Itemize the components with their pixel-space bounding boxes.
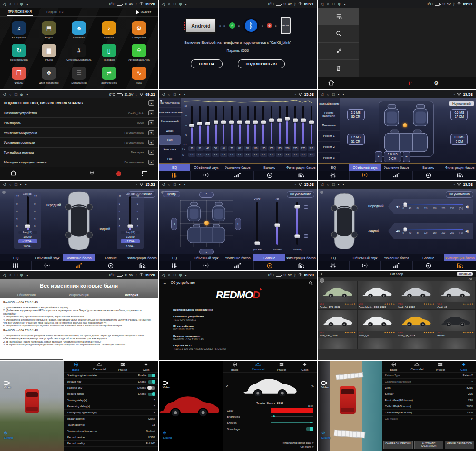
back-button[interactable]: ← — [163, 280, 167, 285]
scrollbar[interactable] — [0, 359, 63, 360]
slider-handle-low[interactable] — [295, 234, 300, 238]
slider-handle[interactable] — [25, 225, 30, 228]
band-handle[interactable] — [261, 120, 266, 124]
app-icon[interactable]: ▪ — [20, 182, 22, 187]
band-handle[interactable] — [269, 119, 274, 122]
eq-band-15[interactable] — [307, 106, 315, 144]
arrow-left-button[interactable]: ‹ — [171, 218, 177, 230]
eq-band-2[interactable] — [204, 106, 212, 144]
preset-6[interactable]: Рок — [159, 154, 181, 163]
band-handle[interactable] — [189, 124, 194, 127]
basic-row-5[interactable]: Reversing delay(s)5 — [64, 403, 158, 410]
freq-option-1[interactable]: <125Hz — [121, 239, 140, 243]
nav-tab-3[interactable]: Баланс — [412, 254, 444, 261]
back-icon[interactable]: ◁ — [321, 2, 323, 6]
mode-4[interactable]: Режим 2 — [318, 142, 340, 153]
front-gain-slider[interactable]: 129630129630 — [22, 196, 33, 230]
calib-row-4[interactable]: Front offset(EG in mm)230 — [382, 397, 476, 403]
home-circle-icon[interactable]: ○ — [327, 182, 329, 187]
nav-tab-icon-2[interactable] — [63, 261, 95, 270]
settings-button[interactable]: ⚙ — [434, 80, 439, 86]
nav-tab-icon-4[interactable] — [444, 261, 476, 270]
nav-tab-icon-2[interactable] — [380, 261, 412, 270]
recents-icon[interactable]: □ — [15, 92, 17, 96]
app-12[interactable]: ☰Эквалайзер — [64, 64, 94, 86]
nav-tab-icon-1[interactable] — [190, 261, 222, 270]
band-handle[interactable] — [277, 119, 282, 122]
calib-row-1[interactable]: Calibration parameter^ — [382, 379, 476, 385]
settings-row-1[interactable]: PIN пароль0000▼ — [0, 118, 158, 128]
back-icon[interactable]: ◁ — [162, 2, 165, 6]
eq-band-6[interactable] — [236, 106, 244, 144]
recents-icon[interactable]: □ — [15, 182, 17, 187]
cam-tab-project[interactable]: Project — [429, 361, 452, 372]
car-card-partial-2[interactable] — [397, 338, 436, 349]
row-toggle[interactable] — [148, 374, 155, 377]
prev-car-button[interactable]: < — [226, 384, 228, 389]
home-circle-icon[interactable]: ○ — [9, 2, 11, 6]
arrow-right-button[interactable]: › — [235, 218, 241, 230]
band-handle[interactable] — [214, 120, 218, 124]
dot-icon[interactable]: • — [184, 182, 185, 187]
dot-icon[interactable]: • — [27, 2, 28, 6]
band-handle[interactable] — [301, 119, 306, 122]
shiness-slider[interactable] — [271, 422, 313, 423]
rear-gain-slider[interactable]: 129630129630 — [125, 196, 136, 230]
nav-tab-4[interactable]: Фильтрация басов — [126, 254, 158, 261]
band-handle[interactable] — [197, 122, 202, 125]
screenshot-button[interactable] — [460, 81, 465, 86]
cam-tab-calib[interactable]: Calib — [135, 361, 158, 372]
minus-button[interactable]: − — [403, 151, 410, 162]
car-card-6[interactable]: V3.0★★★★★Audi_Q8_2018 — [397, 310, 436, 338]
front-filter-slider[interactable]: ◀× 04080120160200250(Гц) ◀) — [388, 199, 473, 214]
delay-chip-front-right[interactable]: 0.5 MS17 CM — [450, 109, 468, 120]
settings-row-5[interactable]: Мелодия входящего звонкаПо умолчанию▼ — [0, 157, 158, 167]
sub-gain-slider[interactable]: 7db Sub Gain — [270, 198, 284, 251]
setting-shortcut[interactable]: ⚙Setting — [4, 431, 13, 439]
setting-shortcut[interactable]: ⚙Setting — [321, 431, 330, 439]
basic-row-3[interactable]: Record statusEnable — [64, 391, 158, 397]
nav-tab-1[interactable]: Объёмный звук — [349, 164, 380, 171]
app-0[interactable]: ♫БТ Музыка — [4, 19, 34, 41]
back-icon[interactable]: ◁ — [3, 182, 6, 187]
home-circle-icon[interactable]: ○ — [168, 182, 170, 187]
band-handle[interactable] — [309, 120, 314, 124]
eq-band-12[interactable] — [283, 106, 291, 144]
preset-4[interactable]: Поп — [159, 135, 181, 145]
dropdown-icon[interactable]: ▼ — [148, 140, 154, 145]
eq-band-4[interactable] — [220, 106, 228, 144]
preset-3[interactable]: Джаз — [159, 126, 181, 136]
app-9[interactable]: ⍾Установщик АПК — [124, 41, 154, 64]
dropdown-icon[interactable]: ▼ — [148, 100, 154, 106]
preset-1[interactable]: Пользовательские — [159, 108, 181, 117]
minus-chip[interactable]: − — [304, 234, 308, 238]
app-8[interactable]: ▯Телефон — [94, 41, 124, 64]
nav-tab-4[interactable]: Фильтрация басов — [285, 254, 317, 261]
app-icon[interactable]: ▪ — [179, 92, 181, 96]
video-shortcut[interactable]: Video — [163, 381, 170, 389]
nav-tab-2[interactable]: Усиление басов — [222, 164, 253, 171]
nav-tab-2[interactable]: Усиление басов — [222, 254, 253, 261]
dropdown-icon[interactable]: ▼ — [148, 110, 154, 115]
nav-tab-4[interactable]: Фильтрация басов — [285, 164, 317, 171]
row-toggle[interactable] — [148, 380, 155, 384]
nav-tab-2[interactable]: Усиление басов — [63, 254, 95, 261]
home-circle-icon[interactable]: ○ — [168, 2, 170, 6]
usb-icon[interactable]: ψ — [338, 2, 341, 6]
listening-position-dot[interactable] — [403, 123, 407, 127]
car-card-0[interactable]: V3.0★★★★★Aeolus_E70_2022 — [318, 281, 357, 309]
dot-icon[interactable]: • — [185, 273, 187, 277]
recents-icon[interactable]: □ — [15, 273, 17, 277]
delay-chip-rear-right[interactable]: 0.0 MS0 CM — [450, 134, 468, 145]
basic-row-0[interactable]: Starting engine to rotateEnable — [64, 373, 158, 379]
recents-icon[interactable]: □ — [15, 2, 17, 6]
cam-tab-calib[interactable]: Calib — [452, 361, 476, 372]
app-11[interactable]: ❖Цвет подсветки — [34, 64, 64, 86]
freq-option-0[interactable]: 100Hz — [18, 234, 37, 239]
nav-tab-icon-3[interactable] — [253, 261, 285, 270]
nav-tab-icon-1[interactable] — [349, 261, 381, 270]
default-button[interactable]: По умолчанию — [287, 191, 314, 198]
back-icon[interactable]: ◁ — [162, 182, 165, 187]
preset-0[interactable]: По умолчанию — [159, 98, 181, 108]
eq-band-5[interactable] — [228, 106, 236, 144]
